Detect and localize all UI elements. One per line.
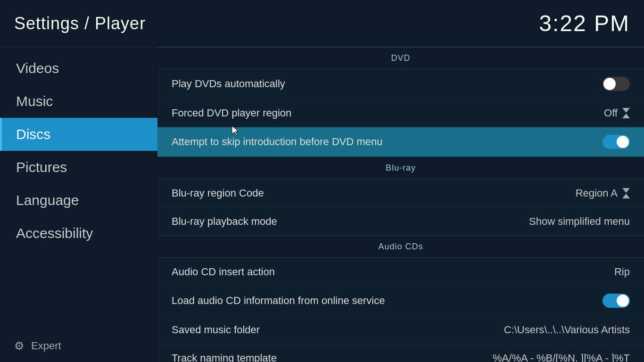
sidebar-item-music[interactable]: Music bbox=[0, 85, 157, 118]
dvd-section-header: DVD bbox=[157, 47, 644, 69]
main-layout: Videos Music Discs Pictures Language Acc… bbox=[0, 47, 644, 362]
sidebar-item-pictures[interactable]: Pictures bbox=[0, 151, 157, 184]
setting-load-cd-info[interactable]: Load audio CD information from online se… bbox=[157, 286, 644, 316]
page-title: Settings / Player bbox=[14, 14, 146, 33]
chevron-up-icon[interactable] bbox=[622, 114, 630, 118]
setting-value-track-naming: %A/%A - %B/[%N. ][%A - ]%T bbox=[493, 352, 630, 362]
setting-label-saved-music: Saved music folder bbox=[172, 324, 260, 336]
setting-dvd-region[interactable]: Forced DVD player region Off bbox=[157, 99, 644, 127]
toggle-skip-intro[interactable] bbox=[603, 135, 630, 149]
setting-play-dvds-auto[interactable]: Play DVDs automatically bbox=[157, 69, 644, 99]
sidebar: Videos Music Discs Pictures Language Acc… bbox=[0, 47, 157, 362]
setting-bluray-playback[interactable]: Blu-ray playback mode Show simplified me… bbox=[157, 207, 644, 236]
setting-value-bluray-region: Region A bbox=[576, 187, 630, 199]
setting-label-play-dvds: Play DVDs automatically bbox=[172, 78, 285, 90]
setting-bluray-region[interactable]: Blu-ray region Code Region A bbox=[157, 179, 644, 207]
chevron-down-icon[interactable] bbox=[622, 188, 630, 193]
setting-value-cd-insert: Rip bbox=[614, 266, 630, 278]
sidebar-item-discs[interactable]: Discs bbox=[0, 118, 157, 151]
setting-cd-insert[interactable]: Audio CD insert action Rip bbox=[157, 258, 644, 286]
bluray-region-spinner[interactable] bbox=[622, 188, 630, 198]
toggle-knob-play-dvds bbox=[603, 78, 616, 90]
setting-label-skip-intro: Attempt to skip introduction before DVD … bbox=[172, 136, 383, 148]
setting-value-play-dvds bbox=[603, 77, 630, 91]
toggle-play-dvds[interactable] bbox=[603, 77, 630, 91]
setting-saved-music[interactable]: Saved music folder C:\Users\..\..\Variou… bbox=[157, 316, 644, 344]
setting-label-cd-insert: Audio CD insert action bbox=[172, 266, 275, 278]
gear-icon: ⚙ bbox=[14, 339, 25, 353]
setting-label-bluray-region: Blu-ray region Code bbox=[172, 187, 264, 199]
setting-track-naming[interactable]: Track naming template %A/%A - %B/[%N. ][… bbox=[157, 344, 644, 362]
expert-button[interactable]: ⚙ Expert bbox=[0, 330, 157, 362]
toggle-load-cd-info[interactable] bbox=[603, 294, 630, 308]
dvd-region-spinner[interactable] bbox=[622, 108, 630, 118]
setting-value-dvd-region: Off bbox=[604, 107, 630, 119]
audio-cds-section-header: Audio CDs bbox=[157, 236, 644, 258]
setting-value-saved-music: C:\Users\..\..\Various Artists bbox=[504, 324, 630, 336]
sidebar-item-language[interactable]: Language bbox=[0, 184, 157, 217]
sidebar-item-accessibility[interactable]: Accessibility bbox=[0, 217, 157, 250]
setting-skip-intro[interactable]: Attempt to skip introduction before DVD … bbox=[157, 127, 644, 157]
setting-label-bluray-playback: Blu-ray playback mode bbox=[172, 215, 277, 228]
setting-value-bluray-playback: Show simplified menu bbox=[529, 215, 630, 228]
sidebar-item-videos[interactable]: Videos bbox=[0, 52, 157, 85]
setting-label-dvd-region: Forced DVD player region bbox=[172, 107, 291, 119]
setting-label-track-naming: Track naming template bbox=[172, 352, 277, 362]
clock: 3:22 PM bbox=[539, 10, 630, 36]
chevron-up-icon[interactable] bbox=[622, 194, 630, 198]
toggle-knob-skip-intro bbox=[617, 136, 629, 148]
header: Settings / Player 3:22 PM bbox=[0, 0, 644, 47]
setting-value-skip-intro bbox=[603, 135, 630, 149]
toggle-knob-load-cd bbox=[617, 295, 629, 307]
setting-label-load-cd-info: Load audio CD information from online se… bbox=[172, 295, 385, 307]
bluray-section-header: Blu-ray bbox=[157, 157, 644, 179]
setting-value-load-cd-info bbox=[603, 294, 630, 308]
chevron-down-icon[interactable] bbox=[622, 108, 630, 113]
settings-content: DVD Play DVDs automatically Forced DVD p… bbox=[157, 47, 644, 362]
